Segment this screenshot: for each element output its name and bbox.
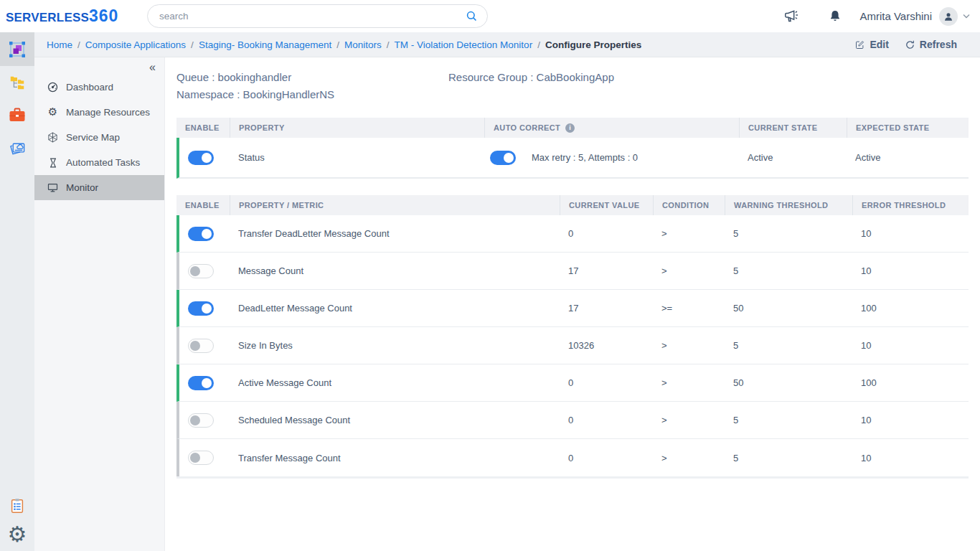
auto-correct-toggle[interactable] xyxy=(490,151,516,165)
queue-detail: Queue : bookinghandler xyxy=(176,69,448,86)
rail-spacer xyxy=(0,165,34,491)
clipboard-list-icon[interactable] xyxy=(0,491,34,521)
breadcrumb-tm-violation-detection-monitor[interactable]: TM - Violation Detection Monitor xyxy=(395,39,533,50)
enable-toggle[interactable] xyxy=(188,264,214,278)
header-enable: ENABLE xyxy=(176,195,230,215)
condition: > xyxy=(653,377,725,388)
sidebar-item-label: Manage Resources xyxy=(66,107,150,118)
refresh-button[interactable]: Refresh xyxy=(905,39,957,50)
status-table-header: ENABLE PROPERTY AUTO CORRECT i CURRENT S… xyxy=(176,118,969,138)
breadcrumb-composite-applications[interactable]: Composite Applications xyxy=(85,39,186,50)
metric-name: Transfer Message Count xyxy=(230,453,560,463)
metric-name: Transfer DeadLetter Message Count xyxy=(230,228,560,239)
enable-toggle[interactable] xyxy=(188,339,214,353)
settings-gear-icon[interactable]: ⚙ xyxy=(0,521,34,551)
dashboard-gauge-icon xyxy=(47,81,59,93)
auto-correct-detail: Max retry : 5, Attempts : 0 xyxy=(532,152,638,163)
enable-toggle[interactable] xyxy=(188,413,214,428)
edit-button-label: Edit xyxy=(870,39,888,50)
current-state-value: Active xyxy=(739,152,847,163)
metrics-table: ENABLE PROPERTY / METRIC CURRENT VALUE C… xyxy=(176,195,969,479)
current-value: 17 xyxy=(560,265,653,276)
side-menu: « Dashboard ⚙ Manage Resources xyxy=(34,57,165,551)
condition: > xyxy=(653,340,725,351)
resource-details: Queue : bookinghandler Namespace : Booki… xyxy=(176,69,969,103)
top-bar: SERVERLESS360 Amrita Varshini xyxy=(0,0,980,32)
header-condition: CONDITION xyxy=(653,195,725,215)
breadcrumb-home[interactable]: Home xyxy=(47,39,72,50)
metric-name: Size In Bytes xyxy=(230,340,560,351)
sidebar-item-monitor[interactable]: Monitor xyxy=(34,175,164,200)
warning-threshold: 5 xyxy=(725,340,852,351)
user-menu-chevron-down-icon[interactable] xyxy=(963,14,970,19)
info-icon[interactable]: i xyxy=(565,123,575,133)
condition: >= xyxy=(653,303,725,314)
error-threshold: 100 xyxy=(852,303,969,314)
header-auto-correct: AUTO CORRECT i xyxy=(484,118,739,138)
breadcrumb-staging-booking-management[interactable]: Staging- Booking Management xyxy=(199,39,331,50)
current-value: 17 xyxy=(560,303,653,314)
sidebar-item-automated-tasks[interactable]: Automated Tasks xyxy=(34,150,164,175)
user-name[interactable]: Amrita Varshini xyxy=(859,10,932,22)
table-row: Message Count 17 > 5 10 xyxy=(176,253,969,290)
notifications-bell-icon[interactable] xyxy=(828,9,842,24)
toggle-knob xyxy=(202,153,212,163)
briefcase-icon[interactable] xyxy=(0,99,34,132)
header-enable: ENABLE xyxy=(176,118,230,138)
enable-toggle[interactable] xyxy=(188,451,214,465)
header-auto-correct-label: AUTO CORRECT xyxy=(494,123,560,132)
toggle-knob xyxy=(190,453,200,463)
sidebar-item-dashboard[interactable]: Dashboard xyxy=(34,75,164,100)
header-current-value: CURRENT VALUE xyxy=(560,195,653,215)
toggle-knob xyxy=(202,303,212,314)
condition: > xyxy=(653,228,725,239)
metric-name: Message Count xyxy=(230,265,560,276)
current-value: 0 xyxy=(560,415,653,425)
edit-button[interactable]: Edit xyxy=(854,39,888,50)
breadcrumb-bar: Home / Composite Applications / Staging-… xyxy=(34,32,980,57)
status-property: Status xyxy=(230,152,484,163)
photo-stack-icon[interactable] xyxy=(0,132,34,165)
header-property: PROPERTY xyxy=(230,118,484,138)
status-row: Status Max retry : 5, Attempts : 0 Activ… xyxy=(176,138,969,179)
table-row: Active Message Count 0 > 50 100 xyxy=(176,364,969,402)
breadcrumb-separator: / xyxy=(336,39,339,50)
status-enable-toggle[interactable] xyxy=(188,151,214,165)
user-avatar-icon[interactable] xyxy=(939,7,958,26)
error-threshold: 10 xyxy=(852,228,969,239)
folder-tree-icon[interactable] xyxy=(0,66,34,99)
sidebar-item-service-map[interactable]: Service Map xyxy=(34,125,164,150)
table-row: Scheduled Message Count 0 > 5 10 xyxy=(176,402,969,439)
toggle-knob xyxy=(190,415,200,425)
header-property-metric: PROPERTY / METRIC xyxy=(230,195,560,215)
metrics-table-header: ENABLE PROPERTY / METRIC CURRENT VALUE C… xyxy=(176,195,969,215)
resource-group-detail: Resource Group : CabBookingApp xyxy=(448,69,614,103)
app-window: SERVERLESS360 Amrita Varshini xyxy=(0,0,980,551)
breadcrumb: Home / Composite Applications / Staging-… xyxy=(47,39,641,50)
enable-toggle[interactable] xyxy=(188,227,214,241)
search-icon[interactable] xyxy=(465,9,479,23)
sidebar-item-label: Automated Tasks xyxy=(66,157,140,168)
serverless360-logo[interactable]: SERVERLESS360 xyxy=(6,8,147,25)
header-current-state: CURRENT STATE xyxy=(739,118,847,138)
current-value: 10326 xyxy=(560,340,653,351)
condition: > xyxy=(653,453,725,463)
warning-threshold: 5 xyxy=(725,415,852,425)
collapse-sidebar-button[interactable]: « xyxy=(34,57,164,75)
enable-toggle[interactable] xyxy=(188,376,214,390)
search-input[interactable] xyxy=(147,4,488,28)
page-title: Configure Properties xyxy=(545,39,641,50)
monitor-icon xyxy=(47,182,59,194)
breadcrumb-separator: / xyxy=(77,39,80,50)
sidebar-item-label: Dashboard xyxy=(66,82,113,93)
error-threshold: 10 xyxy=(852,453,969,463)
warning-threshold: 5 xyxy=(725,228,852,239)
sidebar-item-label: Service Map xyxy=(66,132,120,143)
header-expected-state: EXPECTED STATE xyxy=(847,118,969,138)
logo-text: SERVERLESS xyxy=(6,11,89,25)
enable-toggle[interactable] xyxy=(188,301,214,316)
sidebar-item-manage-resources[interactable]: ⚙ Manage Resources xyxy=(34,100,164,125)
breadcrumb-monitors[interactable]: Monitors xyxy=(344,39,382,50)
composite-applications-icon[interactable] xyxy=(0,32,34,66)
announcements-megaphone-icon[interactable] xyxy=(783,9,799,24)
